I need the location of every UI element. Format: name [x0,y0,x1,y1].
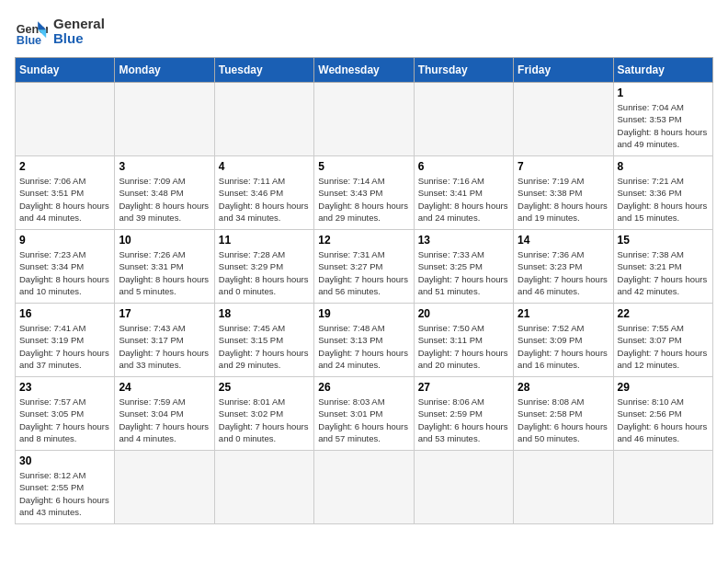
calendar-day-cell [115,451,214,524]
calendar-day-cell: 12Sunrise: 7:31 AMSunset: 3:27 PMDayligh… [314,230,414,304]
weekday-header-saturday: Saturday [613,58,712,83]
logo-general: General [53,17,105,32]
day-number: 5 [318,160,409,173]
day-info: Sunrise: 7:31 AMSunset: 3:27 PMDaylight:… [318,248,409,297]
calendar-day-cell: 16Sunrise: 7:41 AMSunset: 3:19 PMDayligh… [16,304,115,377]
day-info: Sunrise: 7:41 AMSunset: 3:19 PMDaylight:… [19,322,110,371]
calendar-day-cell [214,451,313,524]
calendar-week-row: 30Sunrise: 8:12 AMSunset: 2:55 PMDayligh… [16,451,713,524]
day-info: Sunrise: 7:59 AMSunset: 3:04 PMDaylight:… [119,396,210,444]
day-number: 13 [418,234,509,247]
calendar-day-cell: 11Sunrise: 7:28 AMSunset: 3:29 PMDayligh… [214,230,313,304]
day-number: 16 [19,307,110,320]
weekday-header-sunday: Sunday [16,58,115,83]
calendar-day-cell [314,83,414,156]
day-number: 27 [418,381,509,394]
calendar-week-row: 16Sunrise: 7:41 AMSunset: 3:19 PMDayligh… [16,304,713,377]
day-number: 26 [318,381,409,394]
calendar-day-cell [115,83,214,156]
day-number: 17 [119,307,210,320]
day-info: Sunrise: 7:43 AMSunset: 3:17 PMDaylight:… [119,322,210,371]
calendar-day-cell: 17Sunrise: 7:43 AMSunset: 3:17 PMDayligh… [115,304,214,377]
calendar-day-cell: 28Sunrise: 8:08 AMSunset: 2:58 PMDayligh… [514,377,613,451]
calendar-day-cell [214,83,313,156]
weekday-header-monday: Monday [115,58,214,83]
day-info: Sunrise: 7:28 AMSunset: 3:29 PMDaylight:… [219,248,310,297]
day-number: 3 [119,160,210,173]
logo: General Blue General Blue [15,15,105,48]
day-info: Sunrise: 7:36 AMSunset: 3:23 PMDaylight:… [518,248,609,297]
calendar-day-cell: 19Sunrise: 7:48 AMSunset: 3:13 PMDayligh… [314,304,414,377]
weekday-header-friday: Friday [514,58,613,83]
weekday-header-tuesday: Tuesday [214,58,313,83]
day-number: 9 [19,234,110,247]
weekday-header-wednesday: Wednesday [314,58,414,83]
day-info: Sunrise: 7:45 AMSunset: 3:15 PMDaylight:… [219,322,310,371]
calendar-day-cell: 21Sunrise: 7:52 AMSunset: 3:09 PMDayligh… [514,304,613,377]
day-number: 23 [19,381,110,394]
day-info: Sunrise: 7:04 AMSunset: 3:53 PMDaylight:… [618,101,709,150]
day-info: Sunrise: 7:57 AMSunset: 3:05 PMDaylight:… [19,396,110,444]
day-number: 22 [618,307,709,320]
calendar-day-cell: 5Sunrise: 7:14 AMSunset: 3:43 PMDaylight… [314,156,414,230]
weekday-header-row: SundayMondayTuesdayWednesdayThursdayFrid… [16,58,713,83]
day-number: 2 [19,160,110,173]
calendar-day-cell: 29Sunrise: 8:10 AMSunset: 2:56 PMDayligh… [613,377,712,451]
weekday-header-thursday: Thursday [414,58,513,83]
calendar-day-cell [414,451,513,524]
calendar-day-cell: 22Sunrise: 7:55 AMSunset: 3:07 PMDayligh… [613,304,712,377]
day-info: Sunrise: 7:48 AMSunset: 3:13 PMDaylight:… [318,322,409,371]
logo-icon: General Blue [15,15,48,48]
calendar-week-row: 2Sunrise: 7:06 AMSunset: 3:51 PMDaylight… [16,156,713,230]
calendar-week-row: 9Sunrise: 7:23 AMSunset: 3:34 PMDaylight… [16,230,713,304]
day-info: Sunrise: 7:52 AMSunset: 3:09 PMDaylight:… [518,322,609,371]
day-info: Sunrise: 7:21 AMSunset: 3:36 PMDaylight:… [618,175,709,224]
day-info: Sunrise: 7:14 AMSunset: 3:43 PMDaylight:… [318,175,409,224]
day-info: Sunrise: 7:33 AMSunset: 3:25 PMDaylight:… [418,248,509,297]
calendar-day-cell: 7Sunrise: 7:19 AMSunset: 3:38 PMDaylight… [514,156,613,230]
calendar-day-cell: 8Sunrise: 7:21 AMSunset: 3:36 PMDaylight… [613,156,712,230]
day-info: Sunrise: 8:01 AMSunset: 3:02 PMDaylight:… [219,396,310,444]
day-info: Sunrise: 7:06 AMSunset: 3:51 PMDaylight:… [19,175,110,224]
calendar-day-cell: 20Sunrise: 7:50 AMSunset: 3:11 PMDayligh… [414,304,513,377]
calendar-table: SundayMondayTuesdayWednesdayThursdayFrid… [15,57,713,524]
calendar-day-cell: 3Sunrise: 7:09 AMSunset: 3:48 PMDaylight… [115,156,214,230]
calendar-day-cell: 10Sunrise: 7:26 AMSunset: 3:31 PMDayligh… [115,230,214,304]
day-number: 28 [518,381,609,394]
day-info: Sunrise: 8:10 AMSunset: 2:56 PMDaylight:… [618,396,709,444]
day-info: Sunrise: 8:06 AMSunset: 2:59 PMDaylight:… [418,396,509,444]
day-number: 30 [19,454,110,467]
calendar-day-cell: 25Sunrise: 8:01 AMSunset: 3:02 PMDayligh… [214,377,313,451]
day-number: 20 [418,307,509,320]
calendar-day-cell [414,83,513,156]
calendar-week-row: 1Sunrise: 7:04 AMSunset: 3:53 PMDaylight… [16,83,713,156]
day-info: Sunrise: 7:23 AMSunset: 3:34 PMDaylight:… [19,248,110,297]
day-number: 21 [518,307,609,320]
day-number: 8 [618,160,709,173]
day-info: Sunrise: 8:03 AMSunset: 3:01 PMDaylight:… [318,396,409,444]
day-number: 14 [518,234,609,247]
calendar-day-cell: 2Sunrise: 7:06 AMSunset: 3:51 PMDaylight… [16,156,115,230]
day-info: Sunrise: 8:12 AMSunset: 2:55 PMDaylight:… [19,469,110,518]
day-info: Sunrise: 7:50 AMSunset: 3:11 PMDaylight:… [418,322,509,371]
calendar-day-cell: 27Sunrise: 8:06 AMSunset: 2:59 PMDayligh… [414,377,513,451]
day-number: 12 [318,234,409,247]
calendar-day-cell: 14Sunrise: 7:36 AMSunset: 3:23 PMDayligh… [514,230,613,304]
day-number: 18 [219,307,310,320]
day-info: Sunrise: 7:19 AMSunset: 3:38 PMDaylight:… [518,175,609,224]
day-info: Sunrise: 7:55 AMSunset: 3:07 PMDaylight:… [618,322,709,371]
calendar-day-cell: 23Sunrise: 7:57 AMSunset: 3:05 PMDayligh… [16,377,115,451]
calendar-day-cell: 13Sunrise: 7:33 AMSunset: 3:25 PMDayligh… [414,230,513,304]
day-number: 29 [618,381,709,394]
calendar-day-cell: 30Sunrise: 8:12 AMSunset: 2:55 PMDayligh… [16,451,115,524]
day-number: 10 [119,234,210,247]
day-info: Sunrise: 7:26 AMSunset: 3:31 PMDaylight:… [119,248,210,297]
day-number: 11 [219,234,310,247]
calendar-week-row: 23Sunrise: 7:57 AMSunset: 3:05 PMDayligh… [16,377,713,451]
day-number: 19 [318,307,409,320]
calendar-day-cell: 6Sunrise: 7:16 AMSunset: 3:41 PMDaylight… [414,156,513,230]
day-number: 24 [119,381,210,394]
day-number: 15 [618,234,709,247]
header: General Blue General Blue [15,15,713,48]
day-number: 25 [219,381,310,394]
